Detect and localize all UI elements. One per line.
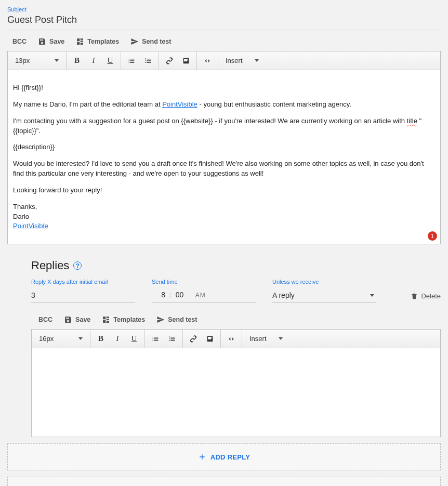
- unless-label: Unless we receive: [272, 279, 376, 285]
- subject-value[interactable]: Guest Post Pitch: [7, 12, 441, 30]
- templates-icon: [102, 316, 110, 324]
- replies-header: Replies ?: [7, 244, 441, 279]
- chevron-down-icon: [370, 294, 374, 297]
- templates-button[interactable]: Templates: [76, 37, 119, 46]
- save-label: Save: [49, 38, 64, 45]
- unless-field: Unless we receive A reply: [272, 279, 376, 303]
- font-size-select[interactable]: 13px: [11, 57, 63, 64]
- save-button[interactable]: Save: [38, 37, 64, 46]
- help-icon[interactable]: ?: [73, 261, 82, 270]
- body-pitch: I'm contacting you with a suggestion for…: [13, 116, 435, 136]
- add-reply-button[interactable]: ADD REPLY: [7, 443, 441, 470]
- send-test-label: Send test: [142, 38, 171, 45]
- link-button[interactable]: [162, 54, 177, 68]
- templates-button[interactable]: Templates: [102, 316, 145, 324]
- ampm-label[interactable]: AM: [192, 292, 206, 299]
- underline-button[interactable]: U: [103, 54, 117, 68]
- add-reply-label: ADD REPLY: [210, 453, 251, 461]
- days-input[interactable]: [31, 288, 135, 303]
- reply-email-editor: 16px B I U Insert: [31, 329, 441, 437]
- days-field: Reply X days after initial email: [31, 279, 135, 303]
- code-button[interactable]: [224, 332, 239, 346]
- link-button[interactable]: [186, 332, 201, 346]
- bullet-list-button[interactable]: [148, 332, 163, 346]
- unless-select[interactable]: A reply: [272, 288, 376, 303]
- chevron-down-icon: [279, 337, 283, 340]
- numbered-list-button[interactable]: [141, 54, 155, 68]
- pointvisible-link[interactable]: PointVisible: [162, 100, 197, 108]
- editor-toolbar: 13px B I U Insert: [8, 51, 440, 70]
- save-label: Save: [75, 316, 90, 323]
- reply-body[interactable]: [32, 348, 440, 437]
- insert-select[interactable]: Insert: [245, 335, 287, 343]
- reply-controls: Reply X days after initial email Send ti…: [7, 279, 441, 308]
- templates-icon: [76, 37, 84, 46]
- delete-label: Delete: [421, 292, 441, 300]
- body-greeting: Hi {{first}}!: [13, 83, 435, 93]
- reply-editor-toolbar: 16px B I U Insert: [32, 330, 440, 348]
- trash-icon: [411, 293, 418, 300]
- bullet-list-button[interactable]: [124, 54, 139, 68]
- insert-label: Insert: [226, 57, 243, 64]
- code-button[interactable]: [200, 54, 215, 68]
- delete-reply-button[interactable]: Delete: [411, 292, 441, 303]
- send-test-label: Send test: [168, 316, 197, 323]
- font-size-value: 16px: [39, 335, 54, 343]
- image-button[interactable]: [203, 332, 217, 346]
- italic-button[interactable]: I: [86, 54, 101, 68]
- body-ask: Would you be interested? I'd love to sen…: [13, 159, 435, 179]
- send-time-label: Send time: [152, 279, 256, 285]
- days-label: Reply X days after initial email: [31, 279, 135, 285]
- chevron-down-icon: [78, 337, 83, 340]
- send-icon: [156, 316, 165, 324]
- unless-value: A reply: [272, 291, 295, 299]
- templates-label: Templates: [87, 38, 119, 45]
- add-drip-button[interactable]: ADD DRIP: [7, 477, 441, 486]
- save-icon: [38, 37, 46, 46]
- chevron-down-icon: [255, 59, 259, 62]
- main-email-editor: 13px B I U Insert: [7, 51, 441, 244]
- numbered-list-button[interactable]: [165, 332, 179, 346]
- bold-button[interactable]: B: [70, 54, 84, 68]
- send-icon: [130, 37, 139, 46]
- reply-editor-actions: BCC Save Templates Send test: [7, 308, 441, 329]
- send-time-field: Send time : AM: [152, 279, 256, 303]
- body-signature: Thanks, Dario PointVisible: [13, 202, 435, 232]
- minute-input[interactable]: [175, 290, 189, 299]
- insert-select[interactable]: Insert: [221, 57, 263, 64]
- save-icon: [64, 316, 72, 324]
- image-button[interactable]: [179, 54, 193, 68]
- chevron-down-icon: [55, 59, 59, 62]
- insert-label: Insert: [249, 335, 267, 343]
- font-size-select[interactable]: 16px: [35, 335, 87, 343]
- plus-icon: [198, 453, 206, 461]
- subject-field[interactable]: Subject Guest Post Pitch: [7, 0, 441, 30]
- save-button[interactable]: Save: [64, 316, 90, 324]
- editor-actions: BCC Save Templates Send test: [7, 30, 441, 51]
- bcc-button[interactable]: BCC: [12, 38, 27, 45]
- subject-label: Subject: [7, 6, 441, 12]
- body-description: {{description}}: [13, 142, 435, 152]
- font-size-value: 13px: [15, 57, 30, 64]
- bcc-button[interactable]: BCC: [38, 316, 52, 323]
- send-test-button[interactable]: Send test: [156, 316, 197, 324]
- email-body[interactable]: Hi {{first}}! My name is Dario, I'm part…: [8, 70, 440, 244]
- hour-input[interactable]: [152, 290, 166, 299]
- body-closing: Looking forward to your reply!: [13, 186, 435, 195]
- signature-link[interactable]: PointVisible: [13, 222, 48, 230]
- send-test-button[interactable]: Send test: [130, 37, 171, 46]
- bold-button[interactable]: B: [94, 332, 108, 346]
- templates-label: Templates: [113, 316, 145, 323]
- time-colon: :: [169, 291, 172, 299]
- underline-button[interactable]: U: [127, 332, 141, 346]
- italic-button[interactable]: I: [110, 332, 125, 346]
- body-intro: My name is Dario, I'm part of the editor…: [13, 100, 435, 110]
